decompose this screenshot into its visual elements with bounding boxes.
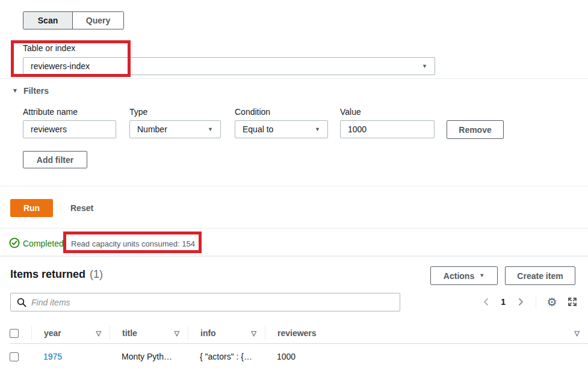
settings-gear-icon[interactable]: ⚙ (545, 295, 559, 309)
cell-reviewers: 1000 (265, 352, 588, 361)
table-or-index-select[interactable]: reviewers-index ▼ (23, 57, 435, 75)
results-table: year ▽ title ▽ info ▽ reviewers ▽ 1975 M… (10, 323, 588, 369)
reset-button[interactable]: Reset (70, 203, 93, 213)
table-header-row: year ▽ title ▽ info ▽ reviewers ▽ (10, 323, 588, 344)
tab-query[interactable]: Query (73, 12, 123, 29)
column-header-reviewers[interactable]: reviewers ▽ (265, 326, 588, 340)
search-input[interactable] (31, 298, 394, 307)
row-checkbox[interactable] (10, 352, 19, 361)
actions-button[interactable]: Actions ▼ (430, 266, 498, 285)
value-field[interactable]: 1000 (340, 120, 435, 138)
chevron-left-icon[interactable] (479, 295, 492, 308)
table-or-index-value: reviewers-index (31, 61, 90, 71)
status-text: Completed (23, 239, 64, 248)
divider (0, 256, 588, 257)
cell-year: 1975 (31, 352, 110, 361)
condition-label: Condition (235, 107, 270, 117)
divider (536, 295, 536, 309)
divider (0, 228, 588, 228)
year-link[interactable]: 1975 (43, 352, 62, 361)
value-value: 1000 (348, 124, 367, 134)
add-filter-button[interactable]: Add filter (23, 151, 87, 168)
chevron-down-icon: ▼ (479, 273, 484, 278)
select-all-checkbox[interactable] (10, 329, 19, 338)
run-button[interactable]: Run (10, 199, 53, 217)
cell-info: { "actors" : {… (188, 352, 265, 361)
chevron-right-icon[interactable] (514, 295, 527, 308)
create-item-button[interactable]: Create item (505, 266, 575, 285)
actions-button-label: Actions (444, 271, 474, 281)
table-row: 1975 Monty Pyth… { "actors" : {… 1000 (10, 344, 588, 369)
divider (0, 186, 588, 186)
type-value: Number (137, 124, 167, 134)
column-header-title[interactable]: title ▽ (110, 326, 188, 340)
sort-icon[interactable]: ▽ (175, 330, 179, 337)
column-label: info (200, 328, 216, 338)
items-returned-title: Items returned (10, 268, 85, 281)
sort-icon[interactable]: ▽ (575, 330, 580, 337)
check-circle-icon (9, 238, 20, 248)
sort-icon[interactable]: ▽ (252, 330, 256, 337)
column-label: year (44, 328, 61, 338)
chevron-down-icon: ▼ (315, 127, 320, 132)
tab-scan[interactable]: Scan (23, 12, 73, 29)
select-all-cell (10, 326, 31, 340)
items-returned-header: Items returned (1) (10, 268, 103, 281)
type-label: Type (129, 107, 147, 117)
attribute-name-label: Attribute name (23, 107, 78, 117)
cell-title: Monty Pyth… (110, 352, 188, 361)
find-items-search[interactable] (10, 293, 400, 311)
attribute-name-value: reviewers (31, 124, 67, 134)
column-label: title (122, 328, 137, 338)
row-select-cell (10, 352, 31, 361)
chevron-down-icon: ▼ (422, 64, 427, 69)
items-returned-count: (1) (90, 268, 103, 281)
attribute-name-field[interactable]: reviewers (23, 120, 116, 138)
status-detail-text: Read capacity units consumed: 154 (71, 239, 195, 248)
scan-query-tabs: Scan Query (23, 11, 124, 29)
condition-value: Equal to (243, 124, 273, 134)
filters-toggle[interactable]: ▼ Filters (12, 86, 49, 96)
chevron-down-icon: ▼ (12, 88, 18, 94)
filters-heading: Filters (23, 86, 49, 96)
divider (0, 78, 588, 79)
search-icon (17, 298, 26, 307)
column-label: reviewers (277, 328, 317, 338)
fullscreen-expand-icon[interactable] (565, 295, 580, 309)
condition-select[interactable]: Equal to ▼ (235, 120, 328, 138)
value-label: Value (340, 107, 361, 117)
column-header-info[interactable]: info ▽ (188, 326, 265, 340)
pagination: 1 ⚙ (479, 295, 580, 309)
page-number[interactable]: 1 (498, 297, 508, 307)
sort-icon[interactable]: ▽ (96, 330, 101, 337)
column-header-year[interactable]: year ▽ (31, 326, 110, 340)
type-select[interactable]: Number ▼ (129, 120, 221, 138)
chevron-down-icon: ▼ (208, 127, 213, 132)
remove-filter-button[interactable]: Remove (447, 120, 504, 139)
table-or-index-label: Table or index (23, 43, 75, 53)
